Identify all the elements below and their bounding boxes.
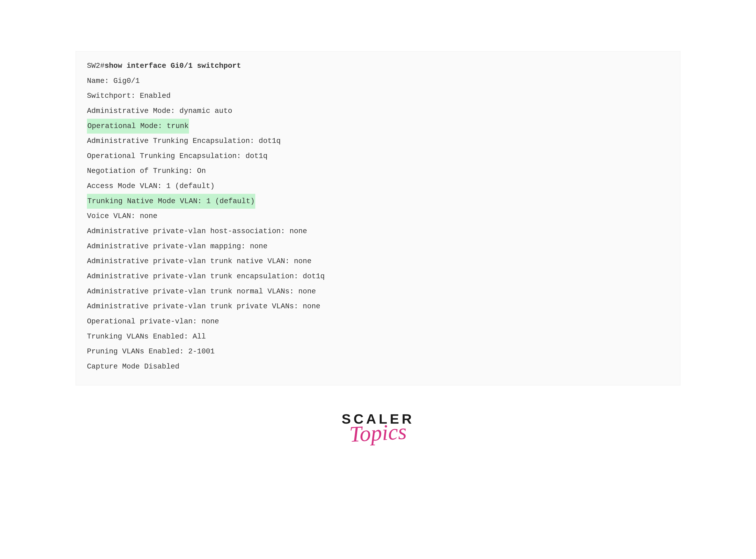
command-prompt-line: SW2#show interface Gi0/1 switchport <box>87 59 669 73</box>
terminal-line: Administrative private-vlan trunk native… <box>87 254 669 269</box>
terminal-line: Operational Trunking Encapsulation: dot1… <box>87 149 669 164</box>
prompt-text: SW2# <box>87 62 105 70</box>
terminal-line: Trunking Native Mode VLAN: 1 (default) <box>87 194 669 209</box>
terminal-line: Administrative private-vlan trunk privat… <box>87 299 669 314</box>
highlighted-text: Operational Mode: trunk <box>87 119 189 134</box>
terminal-line: Operational Mode: trunk <box>87 119 669 134</box>
terminal-line: Negotiation of Trunking: On <box>87 163 669 179</box>
terminal-line: Administrative private-vlan trunk encaps… <box>87 269 669 284</box>
terminal-line: Administrative Mode: dynamic auto <box>87 104 669 119</box>
terminal-line: Access Mode VLAN: 1 (default) <box>87 179 669 194</box>
terminal-line: Administrative Trunking Encapsulation: d… <box>87 134 669 149</box>
scaler-topics-logo: SCALER Topics <box>342 412 414 442</box>
terminal-line: Name: Gig0/1 <box>87 73 669 89</box>
logo-container: SCALER Topics <box>75 412 681 442</box>
terminal-line: Administrative private-vlan host-associa… <box>87 224 669 239</box>
terminal-line: Voice VLAN: none <box>87 209 669 224</box>
terminal-line: Switchport: Enabled <box>87 88 669 104</box>
terminal-line: Pruning VLANs Enabled: 2-1001 <box>87 344 669 359</box>
terminal-line: Capture Mode Disabled <box>87 359 669 374</box>
command-text: show interface Gi0/1 switchport <box>105 62 241 70</box>
terminal-output-lines: Name: Gig0/1Switchport: EnabledAdministr… <box>87 73 669 374</box>
terminal-line: Trunking VLANs Enabled: All <box>87 329 669 344</box>
terminal-line: Administrative private-vlan trunk normal… <box>87 284 669 299</box>
terminal-line: Operational private-vlan: none <box>87 314 669 329</box>
highlighted-text: Trunking Native Mode VLAN: 1 (default) <box>87 194 255 209</box>
terminal-line: Administrative private-vlan mapping: non… <box>87 239 669 254</box>
terminal-output-box: SW2#show interface Gi0/1 switchport Name… <box>75 51 681 385</box>
logo-topics-text: Topics <box>349 423 407 443</box>
